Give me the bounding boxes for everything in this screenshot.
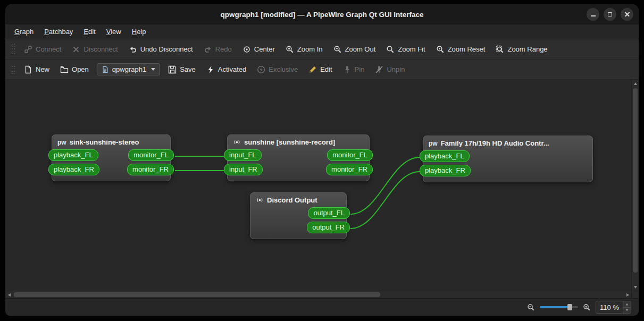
redo-button[interactable]: Redo xyxy=(199,43,237,56)
minimize-icon xyxy=(591,15,596,16)
exclusive-label: Exclusive xyxy=(269,65,298,73)
zoom-fit-button[interactable]: Zoom Fit xyxy=(381,43,430,56)
statusbar: 110 % xyxy=(5,298,639,316)
port-output-fl[interactable]: output_FL xyxy=(308,207,350,219)
unpin-icon xyxy=(375,65,383,74)
connections-layer xyxy=(5,80,631,291)
scroll-left-button[interactable] xyxy=(5,291,13,298)
zoom-range-button[interactable]: Zoom Range xyxy=(491,43,552,56)
port-monitor-fr[interactable]: monitor_FR xyxy=(127,164,174,175)
maximize-button[interactable] xyxy=(604,8,616,21)
zoom-reset-button[interactable]: Zoom Reset xyxy=(431,43,490,56)
spin-down-button[interactable] xyxy=(623,307,631,314)
disconnect-label: Disconnect xyxy=(83,45,118,53)
center-label: Center xyxy=(254,45,275,53)
graph-canvas[interactable]: pw sink-sunshine-stereo playback_FL play… xyxy=(5,80,631,291)
exclusive-button[interactable]: Exclusive xyxy=(252,63,303,77)
arrow-left-icon xyxy=(8,293,11,297)
new-button[interactable]: New xyxy=(19,63,54,77)
node-family-hd-audio[interactable]: pw Family 17h/19h HD Audio Contr... play… xyxy=(423,136,593,182)
scroll-up-button[interactable] xyxy=(632,80,639,87)
edit-label: Edit xyxy=(320,65,332,73)
port-monitor-fr[interactable]: monitor_FR xyxy=(326,164,373,175)
disconnect-icon xyxy=(72,45,80,54)
zoom-slider-handle[interactable] xyxy=(567,304,572,310)
undo-icon xyxy=(129,45,137,54)
pin-icon xyxy=(343,65,352,74)
disconnect-button[interactable]: Disconnect xyxy=(67,43,122,56)
port-playback-fl[interactable]: playback_FL xyxy=(420,150,470,162)
zoom-range-icon xyxy=(496,45,504,54)
zoom-in-button[interactable]: Zoom In xyxy=(281,43,328,56)
zoom-reset-icon xyxy=(436,45,445,54)
toolbar-grip[interactable] xyxy=(11,64,15,75)
connect-label: Connect xyxy=(36,45,61,53)
zoom-range-label: Zoom Range xyxy=(507,45,547,53)
port-input-fl[interactable]: input_FL xyxy=(224,149,262,161)
unpin-button[interactable]: Unpin xyxy=(370,63,409,77)
session-selector[interactable]: qpwgraph1 xyxy=(97,63,160,75)
monitor-icon xyxy=(233,138,241,146)
monitor-icon xyxy=(256,196,264,204)
port-monitor-fl[interactable]: monitor_FL xyxy=(128,149,174,161)
menu-view[interactable]: View xyxy=(102,26,126,38)
vertical-scroll-thumb[interactable] xyxy=(633,88,638,273)
undo-disconnect-button[interactable]: Undo Disconnect xyxy=(124,43,198,56)
port-input-fr[interactable]: input_FR xyxy=(224,164,263,175)
open-label: Open xyxy=(72,65,89,73)
connect-button[interactable]: Connect xyxy=(19,43,66,56)
node-title: Family 17h/19h HD Audio Contr... xyxy=(441,139,549,147)
node-sunshine-record[interactable]: sunshine [sunshine-record] input_FL inpu… xyxy=(227,134,370,181)
zoom-out-button[interactable]: Zoom Out xyxy=(329,43,381,56)
port-playback-fr[interactable]: playback_FR xyxy=(420,165,471,176)
menu-edit[interactable]: Edit xyxy=(79,26,100,38)
pin-button[interactable]: Pin xyxy=(338,63,370,77)
open-button[interactable]: Open xyxy=(55,63,94,77)
zoom-slider[interactable] xyxy=(540,303,578,311)
window-controls xyxy=(587,8,633,21)
zoom-out-label: Zoom Out xyxy=(345,45,376,53)
port-output-fr[interactable]: output_FR xyxy=(307,222,350,233)
minimize-button[interactable] xyxy=(587,8,599,21)
zoom-in-small-icon[interactable] xyxy=(583,303,591,311)
node-discord-output[interactable]: Discord Output output_FL output_FR xyxy=(250,192,347,239)
horizontal-scroll-thumb[interactable] xyxy=(14,292,380,297)
port-monitor-fl[interactable]: monitor_FL xyxy=(327,149,373,161)
activated-button[interactable]: Activated xyxy=(202,63,251,77)
node-sink-sunshine-stereo[interactable]: pw sink-sunshine-stereo playback_FL play… xyxy=(52,134,171,181)
spin-up-button[interactable] xyxy=(623,301,631,307)
new-label: New xyxy=(36,65,49,73)
zoom-fit-label: Zoom Fit xyxy=(398,45,425,53)
vertical-scrollbar[interactable] xyxy=(631,80,639,291)
arrow-down-icon xyxy=(634,286,637,289)
port-playback-fr[interactable]: playback_FR xyxy=(48,164,99,175)
vertical-scroll-track[interactable] xyxy=(632,87,639,283)
node-header: Discord Output xyxy=(250,193,346,206)
node-title: Discord Output xyxy=(267,196,317,204)
toolbar-grip[interactable] xyxy=(11,44,15,55)
scroll-right-button[interactable] xyxy=(624,291,631,298)
node-title: sink-sunshine-stereo xyxy=(70,138,139,146)
unpin-label: Unpin xyxy=(387,65,405,73)
edit-button[interactable]: Edit xyxy=(304,63,337,77)
zoom-out-small-icon[interactable] xyxy=(527,303,535,311)
maximize-icon xyxy=(608,12,612,16)
arrow-right-icon xyxy=(626,293,629,297)
port-playback-fl[interactable]: playback_FL xyxy=(48,149,98,161)
zoom-spinbox[interactable]: 110 % xyxy=(596,301,631,314)
close-button[interactable] xyxy=(621,8,633,21)
menu-graph[interactable]: Graph xyxy=(10,26,38,38)
menu-patchbay[interactable]: Patchbay xyxy=(39,26,78,38)
save-button[interactable]: Save xyxy=(163,63,200,77)
node-header: pw Family 17h/19h HD Audio Contr... xyxy=(423,136,592,149)
horizontal-scroll-track[interactable] xyxy=(13,291,624,298)
titlebar: qpwgraph1 [modified] — A PipeWire Graph … xyxy=(5,4,639,24)
center-button[interactable]: Center xyxy=(238,43,280,56)
zoom-value[interactable]: 110 % xyxy=(596,301,623,313)
scroll-down-button[interactable] xyxy=(632,283,639,291)
menu-help[interactable]: Help xyxy=(127,26,151,38)
redo-icon xyxy=(204,45,212,54)
zoom-fit-icon xyxy=(386,45,395,54)
connect-icon xyxy=(24,45,32,54)
zoom-in-label: Zoom In xyxy=(297,45,323,53)
